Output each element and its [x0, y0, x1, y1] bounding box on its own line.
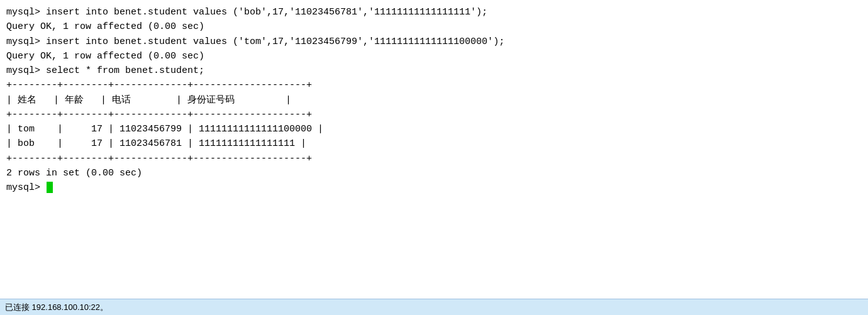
terminal-prompt-line[interactable]: mysql> [6, 180, 862, 195]
terminal-line-7: mysql> select * from benet.student; [6, 64, 862, 78]
terminal-line-2: Query OK, 1 row affected (0.00 sec) [6, 19, 862, 34]
connection-status: 已连接 192.168.100.10:22。 [5, 302, 108, 313]
terminal-line-4: mysql> insert into benet.student values … [6, 35, 862, 49]
terminal-line-12: | bob | 17 | 11023456781 | 1111111111111… [6, 136, 862, 151]
terminal-line-1: mysql> insert into benet.student values … [6, 5, 862, 19]
terminal-line-10: +--------+--------+-------------+-------… [6, 108, 862, 122]
terminal-line-8: +--------+--------+-------------+-------… [6, 78, 862, 92]
terminal-line-13: +--------+--------+-------------+-------… [6, 152, 862, 166]
terminal-line-14: 2 rows in set (0.00 sec) [6, 166, 862, 180]
terminal-cursor [47, 182, 53, 193]
terminal-line-9: | 姓名 | 年龄 | 电话 | 身份证号码 | [6, 93, 862, 108]
terminal-prompt-text: mysql> [6, 182, 46, 193]
terminal-line-11: | tom | 17 | 11023456799 | 1111111111111… [6, 122, 862, 136]
status-bar: 已连接 192.168.100.10:22。 [0, 299, 868, 315]
terminal-output: mysql> insert into benet.student values … [0, 0, 868, 299]
terminal-line-5: Query OK, 1 row affected (0.00 sec) [6, 49, 862, 64]
